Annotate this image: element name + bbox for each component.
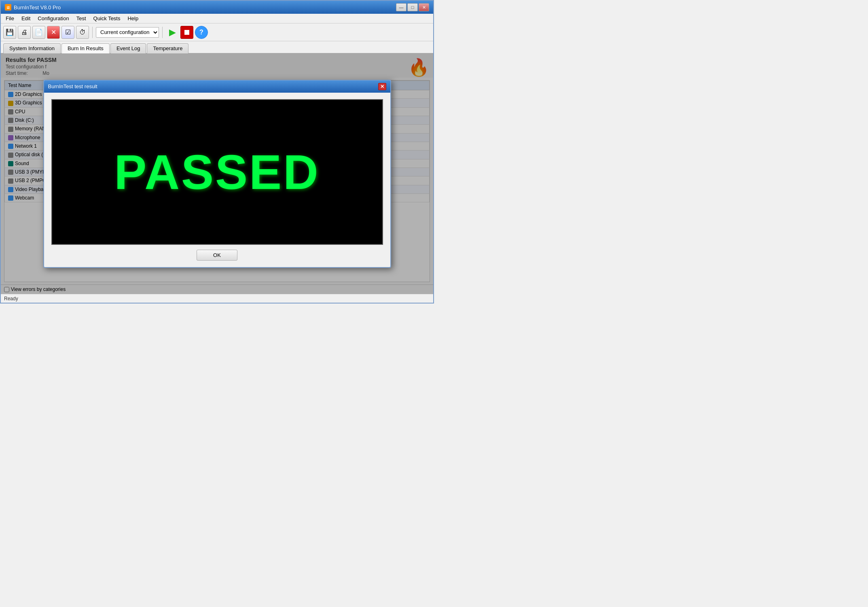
- menu-edit[interactable]: Edit: [18, 15, 34, 22]
- passed-text: PASSED: [114, 144, 320, 200]
- main-content: 🔥 Results for PASSM Test configuration f…: [1, 53, 433, 294]
- toolbar-separator-1: [92, 27, 93, 38]
- stop-button[interactable]: [180, 26, 193, 39]
- help-button[interactable]: ?: [195, 26, 208, 39]
- stop-icon: [184, 30, 189, 35]
- modal-overlay: BurnInTest test result ✕ PASSED OK: [1, 53, 433, 294]
- tab-temperature[interactable]: Temperature: [147, 43, 188, 53]
- tab-event-log[interactable]: Event Log: [110, 43, 146, 53]
- menu-bar: File Edit Configuration Test Quick Tests…: [1, 14, 433, 23]
- toolbar: 💾 🖨 📄 ✕ ☑ ⏱ Current configuration ▶ ?: [1, 23, 433, 41]
- tab-system-info[interactable]: System Information: [3, 43, 61, 53]
- menu-configuration[interactable]: Configuration: [34, 15, 72, 22]
- config-dropdown[interactable]: Current configuration: [96, 27, 159, 38]
- save-button[interactable]: 💾: [3, 26, 16, 39]
- maximize-button[interactable]: □: [407, 3, 418, 11]
- run-button[interactable]: ▶: [166, 26, 179, 39]
- modal-body: PASSED OK: [44, 93, 390, 267]
- menu-quick-tests[interactable]: Quick Tests: [90, 15, 124, 22]
- print-button[interactable]: 🖨: [18, 26, 31, 39]
- modal-title-bar: BurnInTest test result ✕: [44, 81, 390, 93]
- menu-test[interactable]: Test: [73, 15, 89, 22]
- menu-help[interactable]: Help: [124, 15, 142, 22]
- checklist-button[interactable]: ☑: [61, 26, 74, 39]
- new-button[interactable]: 📄: [32, 26, 45, 39]
- main-window: 🖥 BurnInTest V8.0 Pro — □ ✕ File Edit Co…: [0, 0, 434, 304]
- status-bar: Ready: [1, 294, 433, 303]
- app-icon: 🖥: [5, 4, 11, 11]
- app-title: BurnInTest V8.0 Pro: [14, 4, 61, 11]
- title-bar-buttons: — □ ✕: [396, 3, 429, 11]
- toolbar-separator-2: [162, 27, 163, 38]
- modal-ok-button[interactable]: OK: [197, 250, 237, 261]
- status-text: Ready: [4, 296, 18, 301]
- config-select[interactable]: Current configuration: [96, 27, 159, 38]
- result-display: PASSED: [51, 99, 383, 245]
- modal-dialog: BurnInTest test result ✕ PASSED OK: [43, 80, 391, 268]
- menu-file[interactable]: File: [2, 15, 17, 22]
- speedometer-button[interactable]: ⏱: [76, 26, 89, 39]
- close-button[interactable]: ✕: [419, 3, 429, 11]
- minimize-button[interactable]: —: [396, 3, 406, 11]
- modal-close-button[interactable]: ✕: [378, 83, 386, 90]
- tabs-bar: System Information Burn In Results Event…: [1, 41, 433, 53]
- title-bar: 🖥 BurnInTest V8.0 Pro — □ ✕: [1, 1, 433, 14]
- delete-button[interactable]: ✕: [47, 26, 60, 39]
- title-bar-left: 🖥 BurnInTest V8.0 Pro: [5, 4, 61, 11]
- modal-title: BurnInTest test result: [48, 83, 97, 89]
- tab-burn-in-results[interactable]: Burn In Results: [61, 43, 110, 53]
